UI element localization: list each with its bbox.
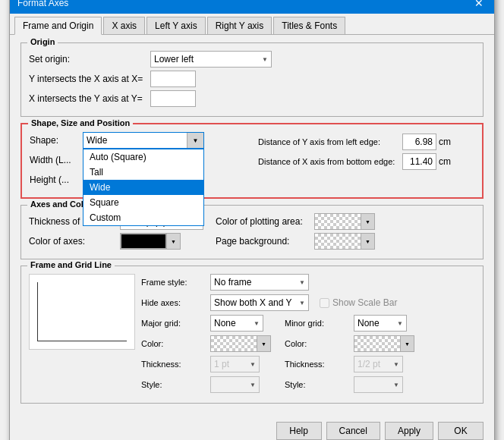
dist-y-input[interactable]: [402, 134, 436, 150]
grid-two-col: Major grid: None Color:: [141, 315, 475, 397]
set-origin-row: Set origin: Lower left: [29, 51, 475, 68]
color-plot-row: Color of plotting area: ▼: [216, 213, 375, 230]
minor-style-wrapper[interactable]: [354, 376, 403, 393]
shape-section-title: Shape, Size and Position: [28, 118, 133, 127]
minor-grid-row: Minor grid: None: [285, 315, 414, 332]
hide-axes-label: Hide axes:: [141, 298, 206, 307]
major-thickness-wrapper[interactable]: 1 pt: [210, 356, 260, 372]
page-bg-arrow[interactable]: ▼: [361, 234, 374, 249]
shape-col-right: Distance of Y axis from left edge: cm Di…: [258, 129, 474, 191]
dialog-footer: Help Cancel Apply OK: [10, 417, 494, 440]
origin-section: Origin Set origin: Lower left Y intersec…: [20, 42, 484, 117]
tab-right-y[interactable]: Right Y axis: [207, 17, 272, 34]
axes-right: Color of plotting area: ▼ Page backgroun…: [216, 213, 375, 253]
frame-controls: Frame style: No frame Hide axes: Show bo…: [141, 274, 475, 397]
grid-canvas: [29, 274, 135, 350]
origin-section-title: Origin: [27, 37, 58, 46]
tab-x-axis[interactable]: X axis: [103, 17, 145, 34]
y-intersects-label: Y intersects the X axis at X=: [29, 74, 150, 84]
shape-two-col: Shape: Wide ▼ Auto (Square) Tall Wide Sq…: [30, 129, 474, 191]
page-bg-picker[interactable]: ▼: [314, 233, 375, 250]
dialog-title: Format Axes: [17, 0, 68, 8]
major-color-arrow[interactable]: ▼: [257, 336, 270, 351]
major-thickness-row: Thickness: 1 pt: [141, 356, 271, 372]
color-axes-swatch: [121, 234, 166, 249]
shape-option-auto[interactable]: Auto (Square): [83, 149, 203, 165]
minor-color-label: Color:: [285, 339, 349, 348]
tab-content: Origin Set origin: Lower left Y intersec…: [10, 35, 494, 417]
x-intersects-input[interactable]: 0: [150, 90, 196, 107]
major-grid-wrapper[interactable]: None: [210, 315, 263, 332]
show-scale-checkbox[interactable]: [320, 298, 329, 308]
color-plot-swatch: [315, 214, 361, 229]
dist-y-cm: cm: [439, 137, 451, 147]
dist-y-label: Distance of Y axis from left edge:: [258, 137, 402, 146]
shape-option-custom[interactable]: Custom: [83, 210, 203, 225]
close-button[interactable]: ✕: [471, 0, 487, 9]
dist-x-input[interactable]: [402, 153, 436, 170]
major-style-wrapper[interactable]: [210, 376, 260, 393]
title-bar: Format Axes ✕: [10, 0, 494, 14]
minor-style-row: Style:: [285, 376, 414, 393]
shape-option-wide[interactable]: Wide: [83, 180, 203, 195]
color-plot-arrow[interactable]: ▼: [361, 214, 374, 229]
hide-axes-row: Hide axes: Show both X and Y Show Scale …: [141, 294, 475, 311]
minor-color-picker[interactable]: ▼: [354, 335, 414, 352]
help-button[interactable]: Help: [276, 422, 322, 440]
ok-button[interactable]: OK: [438, 422, 484, 440]
minor-style-select: [354, 376, 403, 393]
major-grid-col: Major grid: None Color:: [141, 315, 271, 397]
dist-x-row: Distance of X axis from bottom edge: cm: [258, 153, 474, 170]
hide-axes-select-wrapper[interactable]: Show both X and Y: [210, 294, 309, 311]
tab-frame-origin[interactable]: Frame and Origin: [14, 17, 102, 35]
shape-option-square[interactable]: Square: [83, 195, 203, 210]
width-label: Width (L...: [30, 155, 83, 165]
minor-style-label: Style:: [285, 380, 349, 389]
minor-grid-col: Minor grid: None Color:: [285, 315, 414, 397]
height-label: Height (...: [30, 174, 83, 185]
minor-grid-label: Minor grid:: [285, 319, 349, 328]
set-origin-select-wrapper[interactable]: Lower left: [150, 51, 272, 68]
color-axes-row: Color of axes: ▼: [29, 233, 203, 250]
minor-grid-wrapper[interactable]: None: [354, 315, 407, 332]
frame-style-select-wrapper[interactable]: No frame: [210, 274, 309, 291]
color-axes-arrow[interactable]: ▼: [166, 234, 180, 249]
shape-section: Shape, Size and Position Shape: Wide ▼ A…: [20, 123, 484, 199]
shape-label: Shape:: [30, 135, 83, 146]
tab-left-y[interactable]: Left Y axis: [146, 17, 206, 34]
y-intersects-input[interactable]: 1: [150, 71, 196, 87]
minor-thickness-wrapper[interactable]: 1/2 pt: [354, 356, 403, 372]
y-intersects-row: Y intersects the X axis at X= 1: [29, 71, 475, 87]
minor-grid-select[interactable]: None: [354, 315, 407, 332]
apply-button[interactable]: Apply: [385, 422, 433, 440]
frame-grid-section: Frame and Grid Line Frame style: No fram…: [20, 266, 484, 404]
minor-thickness-label: Thickness:: [285, 360, 349, 369]
shape-row: Shape: Wide ▼ Auto (Square) Tall Wide Sq…: [30, 132, 246, 149]
shape-option-tall[interactable]: Tall: [83, 165, 203, 180]
show-scale-label: Show Scale Bar: [320, 297, 397, 308]
shape-col-left: Shape: Wide ▼ Auto (Square) Tall Wide Sq…: [30, 129, 246, 191]
shape-display[interactable]: Wide ▼: [83, 132, 204, 149]
hide-axes-select[interactable]: Show both X and Y: [210, 294, 309, 311]
major-style-select: [210, 376, 260, 393]
tab-bar: Frame and Origin X axis Left Y axis Righ…: [10, 14, 494, 35]
page-bg-label: Page background:: [216, 236, 314, 247]
set-origin-select[interactable]: Lower left: [150, 51, 272, 68]
color-axes-picker[interactable]: ▼: [120, 233, 181, 250]
major-color-picker[interactable]: ▼: [210, 335, 271, 352]
grid-preview-area: [29, 274, 135, 397]
show-scale-text: Show Scale Bar: [332, 297, 397, 308]
frame-style-row: Frame style: No frame: [141, 274, 475, 291]
major-grid-select[interactable]: None: [210, 315, 263, 332]
major-grid-row: Major grid: None: [141, 315, 271, 332]
major-color-row: Color: ▼: [141, 335, 271, 352]
cancel-button[interactable]: Cancel: [326, 422, 380, 440]
minor-color-arrow[interactable]: ▼: [400, 336, 414, 351]
tab-titles-fonts[interactable]: Titles & Fonts: [273, 17, 345, 34]
shape-dropdown-arrow[interactable]: ▼: [187, 133, 203, 148]
color-plot-picker[interactable]: ▼: [314, 213, 375, 230]
frame-style-select[interactable]: No frame: [210, 274, 309, 291]
set-origin-label: Set origin:: [29, 54, 150, 64]
page-bg-row: Page background: ▼: [216, 233, 375, 250]
shape-dropdown-container: Wide ▼ Auto (Square) Tall Wide Square Cu…: [83, 132, 204, 149]
